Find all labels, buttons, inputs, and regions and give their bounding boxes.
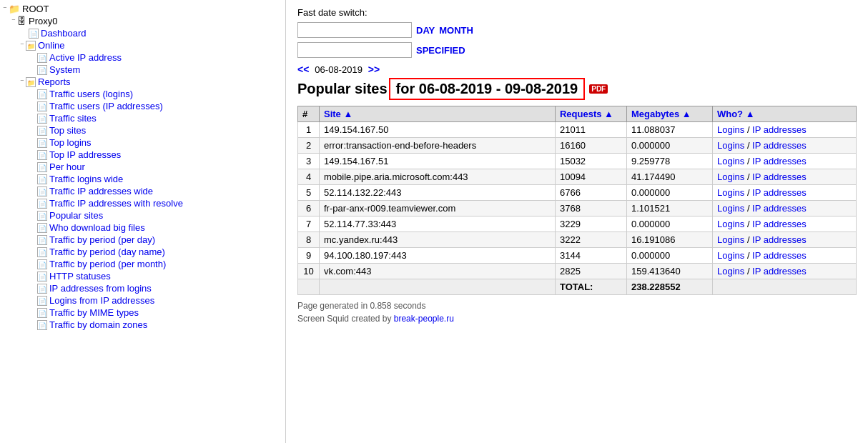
sidebar-item-traffic-mime[interactable]: 📄 Traffic by MIME types (0, 307, 285, 319)
nav-row: << 06-08-2019 >> (297, 64, 857, 75)
cell-who: Logins / IP addresses (712, 201, 856, 216)
specified-link[interactable]: SPECIFIED (416, 45, 465, 56)
sidebar-proxy[interactable]: ⁻ 🗄 Proxy0 (0, 15, 285, 27)
root-toggle[interactable]: ⁻ (3, 4, 7, 14)
reports-label[interactable]: Reports (38, 76, 71, 87)
sidebar-item-traffic-logins-wide[interactable]: 📄 Traffic logins wide (0, 173, 285, 185)
sidebar-item-reports[interactable]: ⁻ 📁 Reports (0, 76, 285, 88)
sidebar-item-traffic-day-name[interactable]: 📄 Traffic by period (day name) (0, 246, 285, 258)
pdf-icon[interactable]: PDF (589, 84, 608, 94)
page-icon: 📄 (37, 320, 47, 330)
who-logins-link[interactable]: Logins (717, 266, 744, 277)
total-label: TOTAL: (555, 279, 626, 295)
month-link[interactable]: MONTH (439, 25, 473, 36)
sidebar-item-active-ip[interactable]: 📄 Active IP address (0, 51, 285, 64)
sidebar-item-traffic-sites[interactable]: 📄 Traffic sites (0, 112, 285, 124)
who-ip-link[interactable]: IP addresses (752, 140, 807, 151)
dashboard-link[interactable]: Dashboard (41, 28, 87, 39)
who-ip-link[interactable]: IP addresses (752, 171, 807, 182)
cell-megabytes: 159.413640 (626, 264, 712, 279)
col-header-requests[interactable]: Requests ▲ (555, 106, 626, 122)
cell-requests: 3768 (555, 201, 626, 216)
date-input-1[interactable] (297, 22, 412, 38)
col-header-who[interactable]: Who? ▲ (712, 106, 856, 122)
online-label[interactable]: Online (38, 40, 65, 51)
who-ip-link[interactable]: IP addresses (752, 234, 807, 245)
who-logins-link[interactable]: Logins (717, 156, 744, 166)
sidebar-item-traffic-by-day[interactable]: 📄 Traffic by period (per day) (0, 234, 285, 246)
sidebar-item-traffic-per-month[interactable]: 📄 Traffic by period (per month) (0, 258, 285, 270)
who-ip-link[interactable]: IP addresses (752, 124, 807, 135)
page-icon: 📄 (37, 284, 47, 294)
screen-squid-link[interactable]: break-people.ru (394, 314, 454, 324)
date-input-2[interactable] (297, 42, 412, 58)
reports-icon: 📁 (26, 77, 36, 87)
sidebar-item-traffic-ip-resolve[interactable]: 📄 Traffic IP addresses with resolve (0, 197, 285, 209)
table-row: 10 vk.com:443 2825 159.413640 Logins / I… (298, 264, 857, 279)
sidebar-item-traffic-users-ip[interactable]: 📄 Traffic users (IP addresses) (0, 100, 285, 112)
cell-megabytes: 0.000000 (626, 138, 712, 154)
who-logins-link[interactable]: Logins (717, 171, 744, 182)
online-toggle[interactable]: ⁻ (20, 41, 24, 50)
cell-who: Logins / IP addresses (712, 185, 856, 201)
col-header-site[interactable]: Site ▲ (320, 106, 556, 122)
cell-requests: 2825 (555, 264, 626, 279)
nav-prev-link[interactable]: << (297, 64, 309, 75)
cell-who: Logins / IP addresses (712, 264, 856, 279)
who-ip-link[interactable]: IP addresses (752, 250, 807, 261)
cell-num: 5 (298, 185, 320, 201)
sidebar-item-logins-from-ip[interactable]: 📄 Logins from IP addresses (0, 294, 285, 307)
cell-who: Logins / IP addresses (712, 248, 856, 264)
col-header-megabytes[interactable]: Megabytes ▲ (626, 106, 712, 122)
table-row: 6 fr-par-anx-r009.teamviewer.com 3768 1.… (298, 201, 857, 216)
root-label[interactable]: ROOT (22, 4, 49, 14)
who-ip-link[interactable]: IP addresses (752, 203, 807, 214)
sidebar-item-who-download[interactable]: 📄 Who download big files (0, 222, 285, 234)
who-logins-link[interactable]: Logins (717, 124, 744, 135)
sidebar-item-dashboard[interactable]: 📄 Dashboard (0, 27, 285, 39)
sidebar-item-top-ip[interactable]: 📄 Top IP addresses (0, 149, 285, 161)
sidebar-item-per-hour[interactable]: 📄 Per hour (0, 161, 285, 173)
cell-who: Logins / IP addresses (712, 232, 856, 248)
proxy-toggle[interactable]: ⁻ (11, 16, 16, 26)
who-logins-link[interactable]: Logins (717, 219, 744, 229)
page-icon: 📄 (37, 150, 47, 160)
cell-requests: 21011 (555, 122, 626, 138)
day-link[interactable]: DAY (416, 25, 435, 36)
page-icon: 📄 (37, 174, 47, 184)
who-ip-link[interactable]: IP addresses (752, 266, 807, 277)
who-ip-link[interactable]: IP addresses (752, 156, 807, 166)
sidebar-item-online[interactable]: ⁻ 📁 Online (0, 39, 285, 51)
who-logins-link[interactable]: Logins (717, 250, 744, 261)
sidebar-item-popular-sites[interactable]: 📄 Popular sites (0, 209, 285, 222)
who-ip-link[interactable]: IP addresses (752, 219, 807, 229)
sidebar-item-http-statuses[interactable]: 📄 HTTP statuses (0, 270, 285, 282)
page-icon: 📄 (37, 296, 47, 306)
sidebar-root[interactable]: ⁻ 📁 ROOT (0, 3, 285, 15)
sidebar-item-traffic-users-logins[interactable]: 📄 Traffic users (logins) (0, 88, 285, 100)
who-logins-link[interactable]: Logins (717, 234, 744, 245)
sidebar-item-top-logins[interactable]: 📄 Top logins (0, 136, 285, 149)
who-logins-link[interactable]: Logins (717, 187, 744, 198)
online-icon: 📁 (26, 41, 36, 51)
cell-megabytes: 9.259778 (626, 154, 712, 169)
cell-requests: 3144 (555, 248, 626, 264)
cell-num: 9 (298, 248, 320, 264)
reports-toggle[interactable]: ⁻ (20, 77, 24, 86)
cell-num: 2 (298, 138, 320, 154)
who-logins-link[interactable]: Logins (717, 140, 744, 151)
sidebar-item-traffic-domain[interactable]: 📄 Traffic by domain zones (0, 319, 285, 331)
page-heading: Popular sites for 06-08-2019 - 09-08-201… (297, 78, 857, 100)
proxy-label[interactable]: Proxy0 (29, 16, 57, 26)
sidebar-item-traffic-ip-wide[interactable]: 📄 Traffic IP addresses wide (0, 185, 285, 197)
sidebar-item-system[interactable]: 📄 System (0, 64, 285, 76)
page-icon: 📄 (37, 199, 47, 209)
page-icon: 📄 (37, 101, 47, 111)
sidebar-item-top-sites[interactable]: 📄 Top sites (0, 124, 285, 136)
cell-site: error:transaction-end-before-headers (320, 138, 556, 154)
sidebar-item-ip-from-logins[interactable]: 📄 IP addresses from logins (0, 282, 285, 294)
nav-next-link[interactable]: >> (368, 64, 380, 75)
who-logins-link[interactable]: Logins (717, 203, 744, 214)
total-empty1 (298, 279, 320, 295)
who-ip-link[interactable]: IP addresses (752, 187, 807, 198)
